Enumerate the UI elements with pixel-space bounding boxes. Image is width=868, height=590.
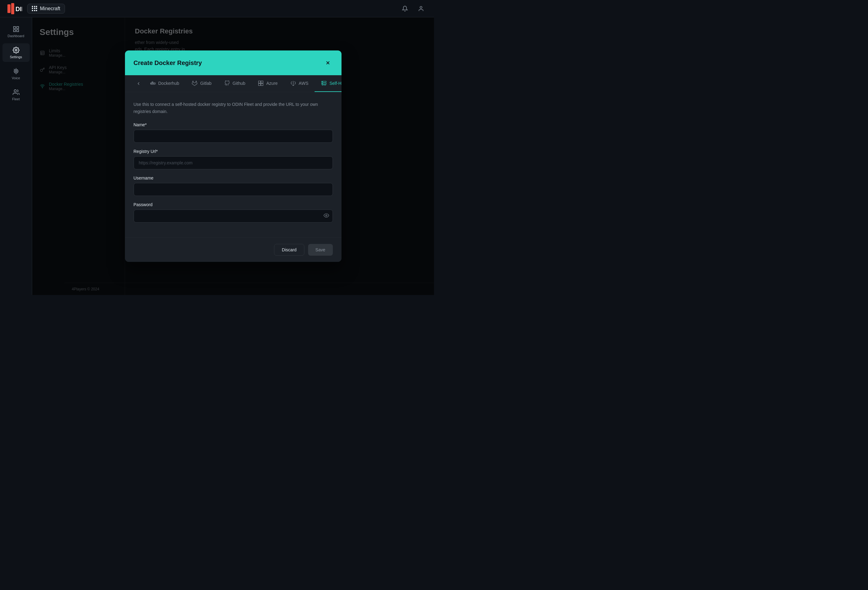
sidebar-item-fleet[interactable]: Fleet (3, 86, 30, 104)
svg-point-10 (15, 70, 17, 72)
password-input[interactable] (134, 210, 333, 223)
modal-footer: Discard Save (125, 237, 341, 262)
docker-icon (150, 80, 156, 86)
svg-point-40 (325, 215, 327, 216)
svg-rect-24 (152, 82, 153, 83)
topbar: DIN Minecraft (0, 0, 434, 17)
bell-icon (402, 6, 408, 12)
svg-rect-27 (261, 81, 263, 83)
close-icon (325, 60, 331, 66)
svg-text:DIN: DIN (15, 6, 22, 12)
app-selector-label: Minecraft (40, 6, 61, 12)
save-button[interactable]: Save (308, 244, 333, 256)
sidebar-item-dashboard-label: Dashboard (8, 34, 24, 38)
svg-line-13 (13, 69, 14, 69)
username-form-group: Username (134, 176, 333, 196)
svg-point-3 (420, 6, 422, 8)
svg-rect-26 (258, 81, 261, 83)
tab-gitlab[interactable]: Gitlab (185, 75, 218, 92)
github-icon (224, 80, 230, 86)
registry-tabs: Dockerhub Gitlab (125, 75, 341, 92)
main-layout: Dashboard Settings Voice (0, 17, 434, 295)
app-selector[interactable]: Minecraft (27, 4, 65, 13)
svg-point-14 (14, 90, 16, 92)
user-button[interactable] (415, 3, 427, 14)
tabs-prev-button[interactable] (134, 77, 143, 90)
password-form-group: Password (134, 202, 333, 223)
svg-rect-25 (153, 83, 154, 84)
tab-azure-label: Azure (266, 81, 278, 86)
server-icon (321, 80, 327, 86)
topbar-right (399, 3, 427, 14)
tab-dockerhub-label: Dockerhub (158, 81, 179, 86)
logo: DIN (7, 3, 22, 14)
name-label: Name* (134, 122, 333, 127)
username-input[interactable] (134, 183, 333, 196)
sidebar-item-dashboard[interactable]: Dashboard (3, 22, 30, 41)
tab-aws-label: AWS (299, 81, 309, 86)
modal-description: Use this to connect a self-hosted docker… (134, 101, 333, 115)
notifications-button[interactable] (399, 3, 410, 14)
mic-icon (12, 68, 20, 75)
svg-rect-23 (152, 83, 153, 84)
modal-body: Use this to connect a self-hosted docker… (125, 92, 341, 237)
tab-self-hosted-label: Self-Hosted Registry (329, 81, 341, 86)
svg-point-33 (322, 83, 323, 84)
tab-gitlab-label: Gitlab (200, 81, 212, 86)
aws-icon (290, 80, 296, 86)
grid-icon (32, 6, 37, 12)
name-form-group: Name* (134, 122, 333, 143)
sidebar-item-settings-label: Settings (10, 55, 22, 59)
registry-url-input[interactable] (134, 156, 333, 169)
sidebar-item-settings[interactable]: Settings (3, 43, 30, 62)
fleet-icon (12, 89, 20, 96)
name-input[interactable] (134, 130, 333, 143)
dashboard-icon (12, 25, 20, 33)
tab-self-hosted[interactable]: Self-Hosted Registry (314, 75, 341, 92)
registry-url-form-group: Registry Url* (134, 149, 333, 169)
tab-azure[interactable]: Azure (251, 75, 284, 92)
registry-url-label: Registry Url* (134, 149, 333, 154)
azure-icon (258, 80, 264, 86)
svg-rect-1 (11, 3, 14, 14)
odin-logo-icon: DIN (7, 3, 22, 14)
svg-rect-6 (13, 30, 15, 32)
sidebar: Dashboard Settings Voice (0, 17, 32, 295)
svg-rect-4 (13, 27, 15, 28)
modal-header: Create Docker Registry (125, 50, 341, 75)
gitlab-icon (192, 80, 198, 86)
svg-point-9 (14, 69, 18, 73)
svg-rect-28 (258, 84, 261, 86)
sidebar-item-voice[interactable]: Voice (3, 64, 30, 83)
eye-icon (323, 213, 329, 218)
svg-point-32 (322, 81, 323, 82)
svg-rect-7 (16, 30, 18, 32)
modal-title: Create Docker Registry (134, 59, 202, 67)
content-area: Settings Limits Manage... (32, 17, 434, 295)
svg-rect-5 (16, 27, 18, 28)
password-label: Password (134, 202, 333, 207)
user-icon (418, 6, 424, 12)
sidebar-item-fleet-label: Fleet (12, 97, 19, 101)
create-docker-registry-modal: Create Docker Registry (125, 50, 341, 262)
modal-close-button[interactable] (323, 58, 333, 68)
username-label: Username (134, 176, 333, 180)
tab-github-label: Github (233, 81, 245, 86)
tab-aws[interactable]: AWS (284, 75, 314, 92)
discard-button[interactable]: Discard (274, 244, 304, 256)
tab-dockerhub[interactable]: Dockerhub (143, 75, 186, 92)
topbar-left: DIN Minecraft (7, 3, 65, 14)
sidebar-item-voice-label: Voice (12, 76, 20, 80)
password-toggle-button[interactable] (323, 213, 329, 219)
gear-icon (12, 46, 20, 54)
svg-rect-0 (7, 4, 10, 13)
tab-github[interactable]: Github (218, 75, 251, 92)
chevron-left-icon (136, 81, 141, 86)
password-input-wrapper (134, 210, 333, 223)
modal-overlay: Create Docker Registry (32, 17, 434, 295)
svg-rect-29 (261, 84, 263, 86)
svg-point-8 (15, 49, 17, 51)
